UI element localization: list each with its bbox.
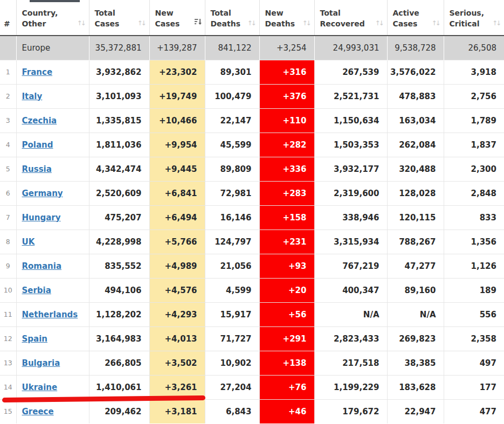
header-country[interactable]: Country, Other ↑↓	[16, 0, 89, 36]
cell-country: Netherlands	[16, 302, 89, 326]
cell-active-cases: N/A	[387, 302, 444, 326]
country-link[interactable]: France	[22, 67, 53, 77]
cell-total-deaths: 21,056	[205, 254, 259, 278]
cell-new-deaths: +3,254	[259, 36, 314, 60]
cell-serious-critical: 1,126	[444, 254, 504, 278]
cell-active-cases: 478,883	[387, 84, 444, 108]
cell-total-deaths: 15,917	[205, 302, 259, 326]
cell-total-deaths: 45,599	[205, 133, 259, 157]
header-rank-label: #	[4, 19, 10, 28]
country-link[interactable]: Romania	[22, 261, 62, 271]
sort-both-icon: ↑↓	[492, 18, 501, 29]
cell-new-cases: +9,445	[149, 157, 205, 181]
header-active-cases[interactable]: Active Cases ↑↓	[387, 0, 444, 36]
cell-total-recovered: 3,315,934	[314, 230, 387, 254]
country-link[interactable]: Greece	[22, 407, 54, 416]
cell-new-cases: +3,502	[149, 351, 205, 375]
cell-new-deaths: +283	[259, 181, 314, 205]
country-link[interactable]: Bulgaria	[22, 358, 60, 368]
country-row: 4 Poland 1,811,036 +9,954 45,599 +282 1,…	[0, 133, 504, 157]
cell-serious-critical: 833	[444, 205, 504, 230]
cell-serious-critical: 3,918	[444, 60, 504, 84]
cell-rank: 2	[0, 84, 16, 108]
cell-active-cases: 47,277	[387, 254, 444, 278]
country-link[interactable]: Czechia	[22, 116, 57, 126]
header-total-cases[interactable]: Total Cases ↑↓	[89, 0, 149, 36]
country-link[interactable]: Netherlands	[22, 310, 78, 319]
cell-total-recovered: 179,672	[314, 399, 387, 423]
cell-total-cases: 1,335,815	[89, 108, 149, 133]
cell-total-deaths: 100,479	[205, 84, 259, 108]
header-total-deaths[interactable]: Total Deaths ↑↓	[205, 0, 259, 36]
cell-total-cases: 835,552	[89, 254, 149, 278]
cell-rank: 14	[0, 375, 16, 399]
cell-country: Hungary	[16, 205, 89, 230]
cell-total-cases: 3,164,983	[89, 326, 149, 351]
cell-country: Germany	[16, 181, 89, 205]
cell-total-deaths: 16,146	[205, 205, 259, 230]
cell-rank: 1	[0, 60, 16, 84]
country-link[interactable]: Italy	[22, 92, 43, 101]
cell-new-cases: +6,841	[149, 181, 205, 205]
country-link[interactable]: Germany	[22, 189, 63, 198]
cell-new-cases: +4,989	[149, 254, 205, 278]
cell-active-cases: 262,084	[387, 133, 444, 157]
sort-both-icon: ↑↓	[302, 18, 311, 29]
cell-country: Russia	[16, 157, 89, 181]
cell-new-cases: +5,766	[149, 230, 205, 254]
cell-country: Poland	[16, 133, 89, 157]
country-link[interactable]: Hungary	[22, 213, 61, 223]
sort-both-icon: ↑↓	[375, 18, 384, 29]
cell-serious-critical: 177	[444, 375, 504, 399]
cell-country: Italy	[16, 84, 89, 108]
cell-active-cases: 9,538,728	[387, 36, 444, 60]
cell-total-recovered: 400,347	[314, 278, 387, 302]
cell-serious-critical: 2,848	[444, 181, 504, 205]
header-total-recovered[interactable]: Total Recovered ↑↓	[314, 0, 387, 36]
table-header: # Country, Other ↑↓ Total Cases ↑↓ New C…	[0, 0, 504, 36]
country-link[interactable]: Russia	[22, 164, 52, 174]
country-row: 1 France 3,932,862 +23,302 89,301 +316 2…	[0, 60, 504, 84]
cell-rank: 8	[0, 230, 16, 254]
country-link[interactable]: Serbia	[22, 286, 51, 295]
cell-new-deaths: +56	[259, 302, 314, 326]
cell-total-cases: 2,520,609	[89, 181, 149, 205]
cell-new-cases: +4,576	[149, 278, 205, 302]
cell-rank: 15	[0, 399, 16, 423]
cell-rank	[0, 36, 16, 60]
cell-total-deaths: 4,599	[205, 278, 259, 302]
country-link[interactable]: Ukraine	[22, 383, 58, 392]
cell-rank: 4	[0, 133, 16, 157]
cell-country: Greece	[16, 399, 89, 423]
cell-rank: 12	[0, 326, 16, 351]
cell-rank: 11	[0, 302, 16, 326]
cell-new-cases: +6,494	[149, 205, 205, 230]
cell-total-deaths: 71,727	[205, 326, 259, 351]
country-link[interactable]: UK	[22, 237, 35, 247]
country-link[interactable]: Poland	[22, 140, 53, 150]
cell-total-deaths: 124,797	[205, 230, 259, 254]
cell-serious-critical: 2,756	[444, 84, 504, 108]
cell-serious-critical: 1,356	[444, 230, 504, 254]
cell-serious-critical: 189	[444, 278, 504, 302]
cell-active-cases: 320,488	[387, 157, 444, 181]
cell-new-deaths: +158	[259, 205, 314, 230]
sort-both-icon: ↑↓	[137, 18, 146, 29]
country-row: 15 Greece 209,462 +3,181 6,843 +46 179,6…	[0, 399, 504, 423]
country-row: 9 Romania 835,552 +4,989 21,056 +93 767,…	[0, 254, 504, 278]
country-link[interactable]: Spain	[22, 334, 47, 344]
cell-active-cases: 128,028	[387, 181, 444, 205]
sort-both-icon: ↑↓	[247, 18, 256, 29]
cell-total-cases: 3,101,093	[89, 84, 149, 108]
cell-continent-name: Europe	[16, 36, 89, 60]
header-serious-critical[interactable]: Serious, Critical ↑↓	[444, 0, 504, 36]
cell-total-recovered: 217,518	[314, 351, 387, 375]
cell-new-cases: +19,749	[149, 84, 205, 108]
cell-active-cases: 269,823	[387, 326, 444, 351]
header-new-deaths[interactable]: New Deaths ↑↓	[259, 0, 314, 36]
partial-tab-bottom-edge	[30, 0, 80, 2]
cell-active-cases: 22,947	[387, 399, 444, 423]
header-new-cases[interactable]: New Cases	[149, 0, 205, 36]
cell-new-cases: +9,954	[149, 133, 205, 157]
cell-total-recovered: 2,823,433	[314, 326, 387, 351]
